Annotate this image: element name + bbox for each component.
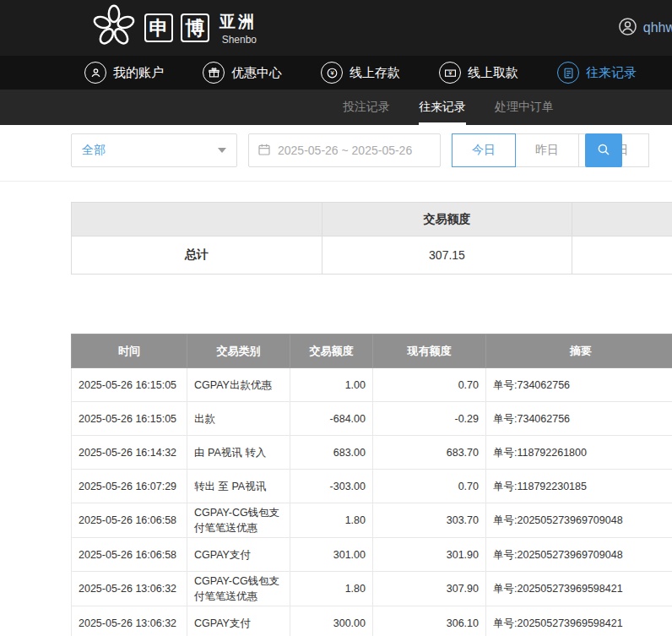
nav-item-my-account[interactable]: 我的账户 bbox=[84, 62, 164, 84]
cell-amount: -684.00 bbox=[290, 402, 373, 436]
svg-text:¥: ¥ bbox=[448, 70, 452, 76]
table-row: 2025-05-26 16:15:05 CGPAY出款优惠 1.00 0.70 … bbox=[72, 368, 672, 402]
user-avatar-icon bbox=[618, 17, 637, 40]
cell-type: CGPAY支付 bbox=[187, 606, 290, 636]
nav-item-records[interactable]: 往来记录 bbox=[557, 62, 637, 84]
cell-amount: 300.00 bbox=[290, 606, 373, 636]
cell-balance: -0.29 bbox=[373, 402, 486, 436]
cell-type: CGPAY-CG钱包支付笔笔送优惠 bbox=[187, 503, 290, 538]
table-row: 2025-05-26 16:15:05 出款 -684.00 -0.29 单号:… bbox=[72, 402, 672, 436]
cell-time: 2025-05-26 13:06:32 bbox=[72, 572, 187, 606]
summary-total-row: 总计 307.15 bbox=[72, 236, 672, 275]
brand-logo[interactable]: 申 博 亚洲 Shenbo bbox=[91, 3, 257, 52]
records-header-row: 时间 交易类别 交易额度 现有额度 摘要 bbox=[72, 334, 672, 368]
summary-empty-cell bbox=[572, 236, 672, 275]
records-icon bbox=[557, 62, 579, 84]
table-row: 2025-05-26 16:07:29 转出 至 PA视讯 -303.00 0.… bbox=[72, 470, 672, 503]
cell-summary: 单号:202505273969709048 bbox=[486, 503, 672, 538]
summary-header-empty bbox=[572, 203, 672, 236]
cell-summary: 单号:118792230185 bbox=[486, 470, 672, 503]
table-row: 2025-05-26 13:06:32 CGPAY-CG钱包支付笔笔送优惠 1.… bbox=[72, 572, 672, 606]
cell-summary: 单号:202505273969598421 bbox=[486, 572, 672, 606]
nav-label: 线上存款 bbox=[350, 65, 400, 81]
logo-latin-text: Shenbo bbox=[222, 34, 257, 46]
cell-type: CGPAY出款优惠 bbox=[187, 368, 290, 402]
cell-type: CGPAY支付 bbox=[187, 538, 290, 572]
chevron-down-icon bbox=[218, 148, 226, 153]
type-select-value: 全部 bbox=[82, 143, 106, 158]
nav-label: 优惠中心 bbox=[231, 65, 282, 81]
summary-header-amount: 交易额度 bbox=[322, 203, 572, 236]
type-select[interactable]: 全部 bbox=[71, 133, 237, 167]
summary-header-empty bbox=[72, 203, 322, 236]
tab-processing-orders[interactable]: 处理中订单 bbox=[495, 90, 554, 125]
nav-label: 往来记录 bbox=[586, 65, 637, 81]
cell-summary: 单号:734062756 bbox=[486, 402, 672, 436]
cell-balance: 306.10 bbox=[373, 606, 486, 636]
col-header-time: 时间 bbox=[72, 334, 187, 368]
date-range-value: 2025-05-26 ~ 2025-05-26 bbox=[278, 144, 412, 157]
cell-time: 2025-05-26 16:06:58 bbox=[72, 538, 187, 572]
cell-amount: 1.00 bbox=[290, 368, 373, 402]
nav-item-deposit[interactable]: ¥ 线上存款 bbox=[321, 62, 400, 84]
col-header-amount: 交易额度 bbox=[290, 334, 373, 368]
cell-summary: 单号:202505273969709048 bbox=[486, 538, 672, 572]
cell-amount: 683.00 bbox=[290, 436, 373, 470]
records-tab-bar: 投注记录 往来记录 处理中订单 bbox=[0, 90, 672, 125]
top-bar: 申 博 亚洲 Shenbo qhhw bbox=[0, 0, 672, 56]
cell-time: 2025-05-26 13:06:32 bbox=[72, 606, 187, 636]
nav-label: 线上取款 bbox=[468, 65, 518, 81]
tab-betting-records[interactable]: 投注记录 bbox=[343, 90, 390, 125]
calendar-icon bbox=[257, 143, 271, 159]
summary-table: 交易额度 总计 307.15 bbox=[71, 202, 672, 275]
logo-region-text: 亚洲 bbox=[219, 11, 257, 33]
deposit-icon: ¥ bbox=[321, 62, 343, 84]
cell-amount: -303.00 bbox=[290, 470, 373, 503]
cell-balance: 0.70 bbox=[373, 368, 486, 402]
cell-balance: 683.70 bbox=[373, 436, 486, 470]
table-row: 2025-05-26 16:14:32 由 PA视讯 转入 683.00 683… bbox=[72, 436, 672, 470]
nav-item-promotions[interactable]: 优惠中心 bbox=[203, 62, 282, 84]
cell-type: CGPAY-CG钱包支付笔笔送优惠 bbox=[187, 572, 290, 606]
svg-text:¥: ¥ bbox=[330, 69, 334, 77]
logo-char-shen: 申 bbox=[144, 14, 173, 42]
logo-char-bo: 博 bbox=[181, 14, 209, 42]
cell-time: 2025-05-26 16:15:05 bbox=[72, 402, 187, 436]
table-row: 2025-05-26 16:06:58 CGPAY-CG钱包支付笔笔送优惠 1.… bbox=[72, 503, 672, 538]
filter-section: 全部 2025-05-26 ~ 2025-05-26 今日 昨日 近8日 bbox=[0, 125, 672, 182]
cell-type: 由 PA视讯 转入 bbox=[187, 436, 290, 470]
col-header-balance: 现有额度 bbox=[373, 334, 486, 368]
cell-summary: 单号:118792261800 bbox=[486, 436, 672, 470]
withdraw-icon: ¥ bbox=[439, 62, 461, 84]
cell-type: 转出 至 PA视讯 bbox=[187, 470, 290, 503]
cell-amount: 1.80 bbox=[290, 503, 373, 538]
cell-time: 2025-05-26 16:14:32 bbox=[72, 436, 187, 470]
cell-balance: 301.90 bbox=[373, 538, 486, 572]
cell-summary: 单号:202505273969598421 bbox=[486, 606, 672, 636]
table-row: 2025-05-26 16:06:58 CGPAY支付 301.00 301.9… bbox=[72, 538, 672, 572]
date-range-input[interactable]: 2025-05-26 ~ 2025-05-26 bbox=[248, 133, 441, 167]
search-button[interactable] bbox=[585, 133, 622, 167]
cell-time: 2025-05-26 16:07:29 bbox=[72, 470, 187, 503]
cell-time: 2025-05-26 16:06:58 bbox=[72, 503, 187, 538]
col-header-summary: 摘要 bbox=[486, 334, 672, 368]
col-header-type: 交易类别 bbox=[187, 334, 290, 368]
today-button[interactable]: 今日 bbox=[452, 133, 516, 167]
yesterday-button[interactable]: 昨日 bbox=[515, 133, 579, 167]
records-table: 时间 交易类别 交易额度 现有额度 摘要 2025-05-26 16:15:05… bbox=[71, 334, 672, 636]
account-menu[interactable]: qhhw bbox=[618, 0, 672, 56]
gift-icon bbox=[203, 62, 225, 84]
nav-label: 我的账户 bbox=[113, 65, 164, 81]
summary-total-label: 总计 bbox=[72, 236, 322, 275]
cell-balance: 0.70 bbox=[373, 470, 486, 503]
cell-time: 2025-05-26 16:15:05 bbox=[72, 368, 187, 402]
user-icon bbox=[84, 62, 106, 84]
cell-summary: 单号:734062756 bbox=[486, 368, 672, 402]
nav-item-withdraw[interactable]: ¥ 线上取款 bbox=[439, 62, 518, 84]
cell-type: 出款 bbox=[187, 402, 290, 436]
tab-transaction-records[interactable]: 往来记录 bbox=[419, 90, 466, 125]
cell-balance: 307.90 bbox=[373, 572, 486, 606]
cell-amount: 1.80 bbox=[290, 572, 373, 606]
summary-total-value: 307.15 bbox=[322, 236, 572, 275]
cell-amount: 301.00 bbox=[290, 538, 373, 572]
